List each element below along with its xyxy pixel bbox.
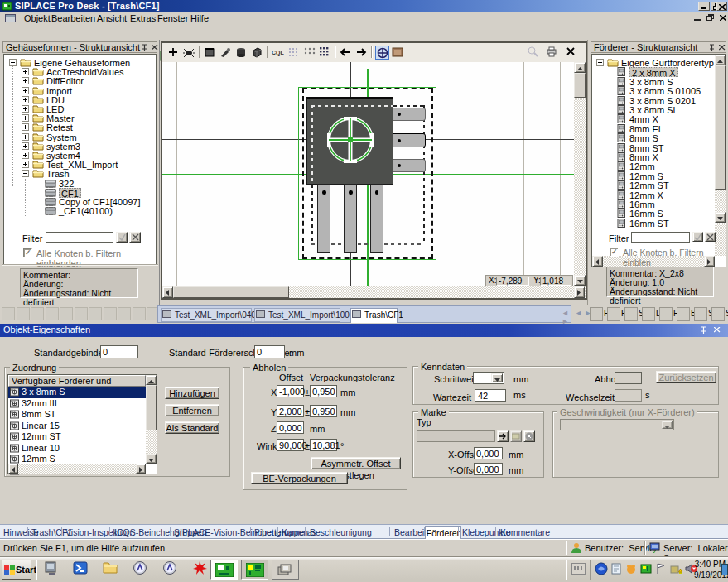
svg-text:CQL: CQL [272, 50, 284, 56]
